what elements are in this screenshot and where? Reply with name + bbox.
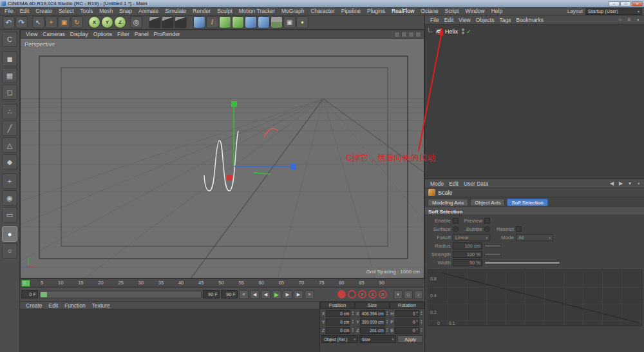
size-mode-dropdown[interactable]: Size [359,335,396,343]
position-field[interactable]: 0 cm [326,327,350,334]
goto-end-button[interactable]: » [305,290,314,299]
viewport[interactable]: ViewCamerasDisplayOptionsFilterPanelProR… [20,30,424,279]
coordinate-mode-dropdown[interactable]: Object (Rel.) [321,335,358,343]
filter-icon[interactable]: ≡ [626,17,632,23]
object-manager-menu-item[interactable]: Tags [497,17,513,23]
autokey-button[interactable] [348,290,356,298]
size-field[interactable]: 406.394 cm [360,310,384,317]
rotation-band[interactable] [264,128,278,137]
goto-start-button[interactable]: « [239,290,249,299]
menu-item[interactable]: Snap [116,8,135,14]
materials-list[interactable] [20,309,319,352]
materials-menu-item[interactable]: Function [61,302,89,309]
object-manager-menu-item[interactable]: Objects [473,17,497,23]
size-field[interactable]: 399.999 cm [360,318,384,326]
y-axis-lock-button[interactable]: Y [101,16,113,28]
position-field[interactable]: 0 cm [326,310,350,317]
object-manager-menu-item[interactable]: Edit [442,17,457,23]
stepper-icon[interactable] [420,319,423,324]
render-settings-button[interactable] [175,16,187,28]
enable-checkbox[interactable] [453,218,459,224]
tweak-mode-icon[interactable]: ◆ [2,154,17,170]
size-field[interactable]: 201 cm [360,327,384,334]
polygons-mode-icon[interactable]: △ [2,137,17,153]
menu-item[interactable]: Create [32,8,55,14]
viewport-menu-item[interactable]: View [23,31,40,37]
rotate-tool-icon[interactable]: ↻ [71,16,83,28]
menu-item[interactable]: File [1,8,17,14]
record-position-toggle[interactable]: P [358,290,366,298]
zoom-view-icon[interactable] [401,32,407,37]
object-manager-menu-item[interactable]: File [428,17,442,23]
apply-button[interactable]: Apply [397,335,423,343]
menu-item[interactable]: Animate [135,8,162,14]
object-list[interactable]: Helix ✓ [425,24,644,179]
visibility-dots-icon[interactable] [462,28,464,34]
menu-item[interactable]: Select [55,8,77,14]
coordinate-system-button[interactable]: ◎ [130,16,142,28]
surface-radio[interactable] [453,226,459,232]
make-editable-icon[interactable]: C [2,32,17,47]
bubble-radio[interactable] [484,226,490,232]
floor-button[interactable] [270,16,283,28]
menu-item[interactable]: Character [307,8,337,14]
texture-mode-icon[interactable]: ▦ [2,68,17,83]
timeline-ruler[interactable]: 051015202530354045505560657075808590 [20,279,424,288]
generators-button[interactable] [232,16,244,28]
tab-object-axis[interactable]: Object Axis [470,199,505,206]
search-icon[interactable]: ○ [617,17,623,23]
radius-slider[interactable] [484,244,501,248]
menu-item[interactable]: Script [442,8,462,14]
menu-item[interactable]: Plugins [364,8,388,14]
pla-icon[interactable]: ◇ [404,290,413,299]
attribute-menu-item[interactable]: Mode [428,181,446,187]
x-axis-handle[interactable] [290,164,296,170]
stepper-icon[interactable] [351,328,354,333]
width-slider[interactable] [484,261,560,264]
lock-icon[interactable]: ▪ [635,17,641,23]
strength-field[interactable]: 100 % [453,251,482,258]
undo-icon[interactable]: ↶ [3,16,15,28]
menu-item[interactable]: Window [462,8,488,14]
falloff-curve-graph[interactable]: 0.8 0.4 0.2 0 0.1 [428,269,642,326]
rotate-view-icon[interactable] [408,32,414,37]
y-axis-handle[interactable] [231,101,237,107]
prev-key-button[interactable]: ◀ [250,290,260,299]
current-frame-field[interactable]: 0 F [21,290,38,298]
materials-menu-item[interactable]: Texture [89,302,113,309]
stepper-icon[interactable] [386,311,389,316]
stepper-icon[interactable] [420,311,423,316]
render-view-button[interactable] [149,16,161,28]
origin-handle[interactable] [227,175,232,181]
model-mode-icon[interactable]: ◼ [2,51,17,66]
enable-axis-icon[interactable]: + [2,173,17,189]
edges-mode-icon[interactable]: ╱ [2,121,17,136]
viewport-menu-item[interactable]: ProRender [151,31,183,37]
tab-soft-selection[interactable]: Soft Selection [507,199,547,206]
cloth-button[interactable] [245,16,257,28]
record-rotation-toggle[interactable]: R [379,290,387,298]
range-thumb[interactable] [41,292,47,297]
maximize-button[interactable]: □ [620,1,631,6]
add-cube-button[interactable] [193,16,205,28]
viewport-menu-item[interactable]: Options [91,31,115,37]
menu-item[interactable]: Octane [417,8,441,14]
sound-icon[interactable]: ♪ [414,290,423,299]
preview-checkbox[interactable] [484,218,490,224]
menu-item[interactable]: Motion Tracker [236,8,278,14]
menu-item[interactable]: Edit [17,8,33,14]
menu-item[interactable]: Mesh [96,8,116,14]
close-button[interactable]: × [632,1,643,6]
tab-modeling-axis[interactable]: Modeling Axis [428,199,468,206]
object-name[interactable]: Helix [445,28,458,35]
live-selection-icon[interactable]: ↖ [32,16,44,28]
x-axis-lock-button[interactable]: X [88,16,100,28]
menu-item[interactable]: Help [488,8,506,14]
menu-item[interactable]: MoGraph [278,8,307,14]
minimize-button[interactable]: – [609,1,620,6]
rotation-field[interactable]: 0 ° [395,327,419,334]
helix-spline[interactable] [204,131,238,191]
menu-item[interactable]: Simulate [162,8,189,14]
next-frame-button[interactable]: ▶ [283,290,292,299]
position-field[interactable]: 0 cm [326,318,350,326]
